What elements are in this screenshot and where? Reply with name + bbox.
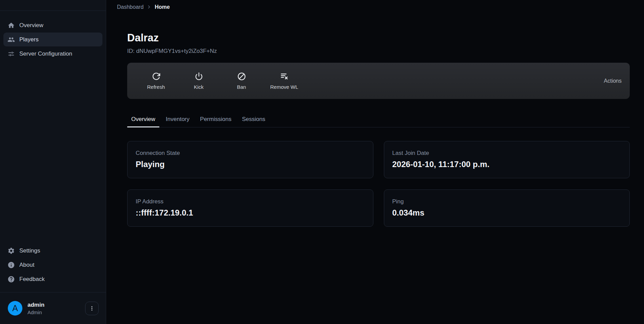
card-label: Connection State bbox=[136, 150, 365, 157]
sliders-icon bbox=[7, 50, 15, 58]
refresh-icon bbox=[152, 72, 161, 81]
power-icon bbox=[194, 72, 203, 81]
card-ip-address: IP Address ::ffff:172.19.0.1 bbox=[127, 189, 373, 227]
kick-button[interactable]: Kick bbox=[177, 72, 220, 90]
action-label: Kick bbox=[194, 84, 203, 90]
main-area: Dashboard Home Dalraz ID: dNUwpFMGY1vs+t… bbox=[106, 0, 644, 324]
card-value: ::ffff:172.19.0.1 bbox=[136, 208, 365, 218]
breadcrumb: Dashboard Home bbox=[106, 0, 644, 10]
tab-overview[interactable]: Overview bbox=[127, 113, 159, 127]
user-role: Admin bbox=[27, 309, 44, 315]
sidebar-nav: Overview Players Server Configuration bbox=[0, 11, 106, 61]
card-connection-state: Connection State Playing bbox=[127, 141, 373, 178]
sidebar-footer: Settings About Feedback bbox=[0, 244, 106, 292]
breadcrumb-dashboard[interactable]: Dashboard bbox=[117, 4, 143, 10]
card-ping: Ping 0.034ms bbox=[384, 189, 630, 227]
remove-whitelist-button[interactable]: Remove WL bbox=[263, 72, 306, 90]
kebab-icon bbox=[89, 305, 95, 311]
actions-caption: Actions bbox=[604, 78, 622, 84]
sidebar-item-about[interactable]: About bbox=[3, 258, 102, 272]
user-menu-button[interactable] bbox=[85, 302, 99, 315]
refresh-button[interactable]: Refresh bbox=[135, 72, 177, 90]
avatar: A bbox=[8, 301, 22, 316]
card-value: 0.034ms bbox=[392, 208, 622, 218]
user-name: admin bbox=[27, 302, 44, 308]
card-last-join-date: Last Join Date 2026-01-10, 11:17:00 p.m. bbox=[384, 141, 630, 178]
sidebar-item-label: Overview bbox=[19, 22, 43, 29]
action-label: Ban bbox=[237, 84, 246, 90]
card-value: 2026-01-10, 11:17:00 p.m. bbox=[392, 160, 622, 169]
user-panel: A admin Admin bbox=[0, 292, 106, 324]
chevron-right-icon bbox=[147, 4, 152, 9]
playlist-remove-icon bbox=[280, 72, 289, 81]
content: Dalraz ID: dNUwpFMGY1vs+ty2iZo3F+Nz Refr… bbox=[106, 10, 644, 227]
card-label: Ping bbox=[392, 198, 622, 205]
player-id: ID: dNUwpFMGY1vs+ty2iZo3F+Nz bbox=[127, 48, 630, 55]
sidebar-header bbox=[0, 0, 106, 11]
home-icon bbox=[7, 22, 15, 29]
ban-icon bbox=[237, 72, 246, 81]
sidebar-item-players[interactable]: Players bbox=[3, 33, 102, 46]
stat-cards: Connection State Playing Last Join Date … bbox=[127, 141, 630, 227]
user-meta: admin Admin bbox=[27, 302, 44, 315]
sidebar-item-server-configuration[interactable]: Server Configuration bbox=[3, 47, 102, 61]
sidebar-item-label: About bbox=[19, 262, 34, 268]
info-icon bbox=[7, 261, 15, 269]
sidebar-item-feedback[interactable]: Feedback bbox=[3, 272, 102, 286]
card-label: Last Join Date bbox=[392, 150, 622, 157]
breadcrumb-current: Home bbox=[155, 4, 170, 10]
actions-bar: Refresh Kick Ban bbox=[127, 63, 630, 99]
page-title: Dalraz bbox=[127, 32, 630, 44]
app-window: Overview Players Server Configuration bbox=[0, 0, 644, 324]
action-label: Refresh bbox=[147, 84, 165, 90]
sidebar-item-label: Settings bbox=[19, 247, 40, 254]
gear-icon bbox=[7, 247, 15, 255]
card-label: IP Address bbox=[136, 198, 365, 205]
sidebar-item-label: Players bbox=[19, 36, 39, 43]
action-label: Remove WL bbox=[270, 84, 298, 90]
sidebar-spacer bbox=[0, 61, 106, 244]
ban-button[interactable]: Ban bbox=[220, 72, 263, 90]
sidebar: Overview Players Server Configuration bbox=[0, 0, 106, 324]
sidebar-item-label: Feedback bbox=[19, 276, 45, 283]
users-icon bbox=[7, 36, 15, 43]
tab-permissions[interactable]: Permissions bbox=[196, 113, 236, 127]
tabs: Overview Inventory Permissions Sessions bbox=[127, 113, 630, 127]
help-icon bbox=[7, 276, 15, 283]
sidebar-item-label: Server Configuration bbox=[19, 50, 72, 57]
tab-inventory[interactable]: Inventory bbox=[162, 113, 194, 127]
sidebar-item-overview[interactable]: Overview bbox=[3, 18, 102, 32]
card-value: Playing bbox=[136, 160, 365, 169]
tab-sessions[interactable]: Sessions bbox=[238, 113, 269, 127]
sidebar-item-settings[interactable]: Settings bbox=[3, 244, 102, 258]
